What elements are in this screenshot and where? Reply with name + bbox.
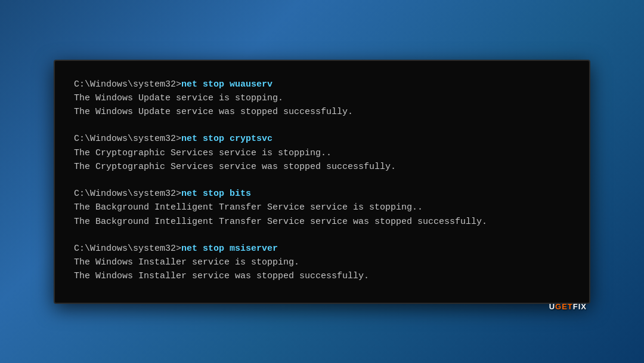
- terminal-window: C:\Windows\system32>net stop wuauservThe…: [54, 60, 590, 304]
- cmd-line-4: C:\Windows\system32>net stop msiserver: [74, 242, 570, 256]
- prompt-1: C:\Windows\system32>: [74, 79, 181, 90]
- terminal-block-2: C:\Windows\system32>net stop cryptsvcThe…: [74, 132, 570, 174]
- command-3: net stop bits: [181, 189, 251, 199]
- command-4: net stop msiserver: [181, 244, 278, 254]
- output-line-1-1: The Windows Update service is stopping.: [74, 91, 570, 105]
- watermark-fix: FIX: [573, 302, 587, 311]
- output-line-4-2: The Windows Installer service was stoppe…: [74, 269, 570, 283]
- prompt-2: C:\Windows\system32>: [74, 134, 181, 144]
- cmd-line-3: C:\Windows\system32>net stop bits: [74, 187, 570, 201]
- terminal-block-4: C:\Windows\system32>net stop msiserverTh…: [74, 242, 570, 284]
- output-line-3-2: The Background Intelligent Transfer Serv…: [74, 215, 570, 229]
- cmd-line-1: C:\Windows\system32>net stop wuauserv: [74, 78, 570, 91]
- prompt-3: C:\Windows\system32>: [74, 189, 181, 199]
- terminal-wrapper: C:\Windows\system32>net stop wuauservThe…: [48, 54, 596, 310]
- output-line-1-2: The Windows Update service was stopped s…: [74, 105, 570, 119]
- watermark-u: U: [549, 302, 555, 311]
- output-line-4-1: The Windows Installer service is stoppin…: [74, 256, 570, 269]
- prompt-4: C:\Windows\system32>: [74, 244, 181, 254]
- watermark-get: GET: [555, 302, 573, 311]
- command-1: net stop wuauserv: [181, 79, 273, 90]
- output-line-2-2: The Cryptographic Services service was s…: [74, 160, 570, 174]
- output-line-3-1: The Background Intelligent Transfer Serv…: [74, 201, 570, 214]
- output-line-2-1: The Cryptographic Services service is st…: [74, 146, 570, 160]
- terminal-block-3: C:\Windows\system32>net stop bitsThe Bac…: [74, 187, 570, 229]
- cmd-line-2: C:\Windows\system32>net stop cryptsvc: [74, 132, 570, 146]
- command-2: net stop cryptsvc: [181, 134, 273, 144]
- watermark: UGETFIX: [549, 302, 587, 311]
- terminal-content: C:\Windows\system32>net stop wuauservThe…: [74, 78, 570, 284]
- terminal-block-1: C:\Windows\system32>net stop wuauservThe…: [74, 78, 570, 119]
